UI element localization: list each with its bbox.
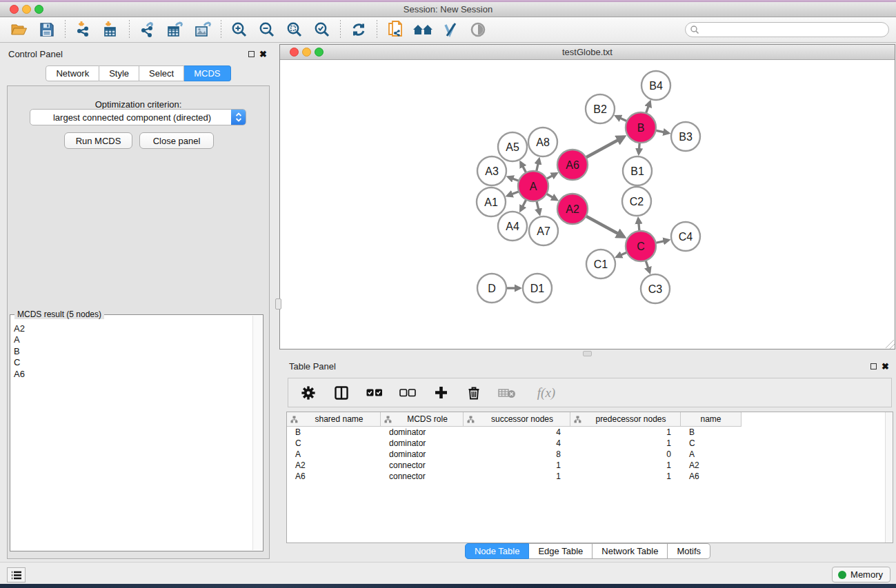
column-header-shared-name[interactable]: shared name [287,412,381,426]
window-resize-handle[interactable] [886,340,895,349]
zoom-in-button[interactable] [226,19,253,41]
tab-motifs[interactable]: Motifs [668,543,710,559]
graph-node-A6[interactable]: A6 [557,150,588,180]
app-titlebar: Session: New Session [0,2,896,17]
graph-node-C1[interactable]: C1 [586,250,615,278]
import-network-icon [74,21,92,39]
delete-column-button[interactable] [465,384,483,402]
graph-node-A7[interactable]: A7 [529,216,558,245]
tab-mcds[interactable]: MCDS [184,65,230,81]
add-column-button[interactable] [432,384,450,402]
zoom-fit-button[interactable] [281,19,308,41]
graph-node-C[interactable]: C [626,231,656,261]
zoom-out-button[interactable] [253,19,281,41]
search-input[interactable] [699,23,888,36]
result-item[interactable]: A2 [12,323,252,334]
network-graph[interactable]: B4B2BB3A8A5A6A3B1AA1C2A2A4A7C4CC1C3DD1 [281,60,894,349]
run-mcds-button[interactable]: Run MCDS [64,132,132,149]
result-item[interactable]: C [12,357,252,368]
graph-node-A5[interactable]: A5 [498,132,527,161]
column-header-name[interactable]: name [681,412,741,426]
table-row[interactable]: A6connector11A6 [287,471,893,482]
export-network-button[interactable] [134,19,161,41]
graph-node-B4[interactable]: B4 [641,71,670,100]
close-panel-button[interactable]: Close panel [139,132,214,149]
export-table-button[interactable] [161,19,189,41]
tab-select[interactable]: Select [139,65,184,81]
tab-network-table[interactable]: Network Table [593,543,668,559]
open-file-button[interactable] [6,19,33,41]
home-button[interactable] [409,19,437,41]
graph-node-A8[interactable]: A8 [528,128,557,156]
split-view-button[interactable] [332,384,350,402]
result-item[interactable]: B [12,346,252,357]
save-session-button[interactable] [33,19,61,41]
graph-node-A4[interactable]: A4 [498,212,527,241]
refresh-layout-button[interactable] [345,19,372,41]
graph-node-A1[interactable]: A1 [477,187,506,216]
network-window-titlebar[interactable]: testGlobe.txt [280,45,895,60]
show-hide-panels-button[interactable] [464,19,492,41]
graph-node-C2[interactable]: C2 [622,187,651,216]
tab-style[interactable]: Style [99,65,139,81]
table-cell: A [287,449,381,460]
function-builder-button[interactable]: f(x) [531,384,561,402]
mcds-result-list[interactable]: A2ABCA6 [12,323,252,549]
result-item[interactable]: A6 [12,369,252,380]
deselect-all-columns-button[interactable] [399,384,417,402]
network-canvas[interactable]: B4B2BB3A8A5A6A3B1AA1C2A2A4A7C4CC1C3DD1 [281,60,894,348]
toggle-graphics-details-button[interactable] [437,19,464,41]
table-cell: 1 [570,427,681,438]
delete-table-button[interactable] [498,384,516,402]
select-all-columns-button[interactable] [366,384,384,402]
graph-edge-A2-C[interactable] [584,215,624,237]
graph-node-C4[interactable]: C4 [671,222,700,251]
column-header-successor-nodes[interactable]: successor nodes [464,412,570,426]
table-row[interactable]: Adominator80A [287,449,893,460]
column-header-label: shared name [298,414,380,424]
result-item[interactable]: A [12,334,252,345]
table-settings-button[interactable] [299,384,317,402]
graph-node-B[interactable]: B [626,112,656,143]
result-scrollbar[interactable] [252,316,262,550]
float-panel-icon[interactable] [248,51,255,57]
table-row[interactable]: Bdominator41B [287,427,893,438]
close-panel-icon[interactable]: ✖ [882,363,889,369]
import-network-button[interactable] [70,19,97,41]
table-row[interactable]: Cdominator41C [287,438,893,449]
graph-node-B3[interactable]: B3 [671,122,700,151]
graph-edge-A6-B[interactable] [584,136,624,159]
float-panel-icon[interactable] [870,363,877,369]
trash-icon [468,386,480,400]
node-table[interactable]: shared nameMCDS rolesuccessor nodesprede… [286,412,893,543]
optimization-criterion-select[interactable]: largest connected component (directed) [30,109,246,125]
close-panel-icon[interactable]: ✖ [259,51,267,57]
graph-node-A2[interactable]: A2 [557,194,588,224]
toolbar-search-field[interactable] [685,22,889,37]
tab-network[interactable]: Network [46,65,99,81]
table-row[interactable]: A2connector11A2 [287,460,893,471]
table-cell: C [287,438,381,449]
graph-node-A[interactable]: A [518,171,548,201]
new-network-from-selection-button[interactable] [381,19,409,41]
table-cell: 1 [570,460,681,471]
graph-node-B2[interactable]: B2 [586,94,615,123]
graph-node-A3[interactable]: A3 [477,156,506,185]
table-scrollbar[interactable] [885,412,893,543]
column-header-predecessor-nodes[interactable]: predecessor nodes [570,412,681,426]
export-image-button[interactable] [189,19,217,41]
zoom-selected-button[interactable] [308,19,336,41]
tab-node-table[interactable]: Node Table [465,543,530,559]
graph-node-D[interactable]: D [477,274,506,303]
graph-node-C3[interactable]: C3 [641,274,670,303]
column-header-MCDS-role[interactable]: MCDS role [381,412,464,426]
tab-edge-table[interactable]: Edge Table [529,543,593,559]
task-history-button[interactable] [7,567,26,582]
panel-grip[interactable] [275,298,281,310]
import-table-button[interactable] [97,19,125,41]
graph-node-B1[interactable]: B1 [623,156,652,185]
splitter-grip[interactable] [583,351,592,356]
memory-button[interactable]: Memory [832,567,890,582]
table-cell: A [681,449,741,460]
graph-node-D1[interactable]: D1 [523,274,552,303]
